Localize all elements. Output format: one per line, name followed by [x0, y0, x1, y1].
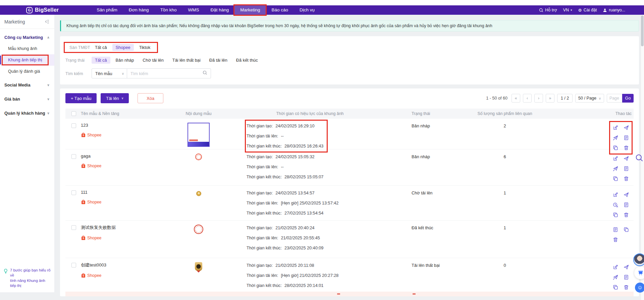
- collapse-sidebar-icon[interactable]: [45, 19, 50, 24]
- language-selector[interactable]: VN ▾: [563, 8, 572, 12]
- sidebar-item-quan-ly-danh-gia[interactable]: Quản lý đánh giá: [0, 66, 54, 76]
- row-checkbox[interactable]: [71, 263, 76, 267]
- copy-icon[interactable]: [613, 176, 618, 181]
- toolbar: + Tạo mẫu Tải lên ∨ Xóa 1 - 50 of 60 « ‹…: [65, 93, 634, 103]
- create-template-button[interactable]: + Tạo mẫu: [65, 93, 97, 103]
- upload-button[interactable]: Tải lên ∨: [101, 93, 129, 103]
- go-button[interactable]: Go: [622, 94, 634, 103]
- nav-item-bao-cao[interactable]: Báo cáo: [266, 5, 294, 15]
- assistant-avatar[interactable]: [633, 253, 644, 266]
- floating-search-icon[interactable]: [635, 154, 644, 164]
- nav-item-san-pham[interactable]: Sản phẩm: [91, 5, 123, 15]
- page-size-select[interactable]: 50 / Page ∨: [575, 94, 604, 103]
- delete-icon[interactable]: [624, 212, 629, 218]
- search-icon[interactable]: [203, 70, 207, 76]
- copy-icon[interactable]: [624, 227, 629, 232]
- cancel-timer-icon[interactable]: [613, 202, 618, 207]
- status-option-tai-len-that-bai[interactable]: Tải lên thất bại: [169, 57, 204, 64]
- copy-icon[interactable]: [613, 285, 618, 290]
- template-thumbnail[interactable]: [195, 262, 202, 271]
- send-icon[interactable]: [624, 192, 629, 197]
- nav-item-ton-kho[interactable]: Tồn kho: [155, 5, 182, 15]
- bigseller-logo[interactable]: G BigSeller: [26, 7, 59, 13]
- info-banner: Khung ảnh tiếp thị chỉ có tác dụng đối v…: [60, 20, 639, 32]
- template-thumbnail[interactable]: [194, 225, 203, 234]
- row-checkbox[interactable]: [71, 190, 76, 195]
- status-option-ban-nhap[interactable]: Bản nháp: [112, 57, 138, 64]
- sidebar-group-gia-ban[interactable]: Giá bán ∨: [0, 93, 54, 105]
- header-status: Trạng thái: [393, 111, 460, 116]
- nav-item-don-hang[interactable]: Đơn hàng: [123, 5, 155, 15]
- sidebar-tip[interactable]: 7 bước giúp bạn hiểu rõ về tính năng Khu…: [0, 265, 55, 292]
- sidebar-group-social-media[interactable]: Social Media ∨: [0, 79, 54, 91]
- delete-icon[interactable]: [624, 285, 629, 290]
- sidebar-group-quan-ly-khach-hang[interactable]: Quản lý khách hàng ∨: [0, 107, 54, 119]
- row-checkbox[interactable]: [71, 154, 76, 159]
- status-text: Đã kết thúc: [412, 225, 433, 230]
- detail-icon[interactable]: [624, 135, 629, 140]
- page-jump-input[interactable]: [607, 94, 622, 103]
- cancel-send-icon[interactable]: [613, 166, 618, 171]
- svg-text:S: S: [83, 165, 84, 167]
- row-checkbox[interactable]: [71, 225, 76, 230]
- help-link[interactable]: Hỗ trợ: [539, 8, 557, 12]
- chat-smiley-button[interactable]: ☺: [635, 283, 644, 293]
- platform-filter-row: Sàn TMĐT Tất cả Shopee Tiktok: [65, 43, 157, 52]
- detail-icon[interactable]: [624, 275, 629, 280]
- search-input[interactable]: [130, 71, 198, 76]
- created-time: 21/02/2025 20:40:24: [275, 226, 314, 230]
- time-cell: Thời gian tạo:21/02/2025 20:11:08 Thời g…: [246, 260, 342, 291]
- detail-icon[interactable]: [624, 202, 629, 207]
- sidebar-item-khung-anh-tiep-thi[interactable]: Khung ảnh tiếp thị: [0, 54, 54, 66]
- sidebar-item-mau-khung-anh[interactable]: Mẫu khung ảnh: [0, 44, 54, 54]
- cancel-send-icon[interactable]: [613, 275, 618, 280]
- delete-button[interactable]: Xóa: [138, 93, 163, 103]
- row-actions: [610, 153, 632, 184]
- shopee-icon: S: [81, 199, 86, 204]
- nav-item-wms[interactable]: WMS: [182, 5, 205, 15]
- end-time: 28/03/2025 16:26:43: [284, 144, 323, 148]
- end-time: 23/02/2025 20:40:09: [284, 246, 323, 250]
- detail-icon[interactable]: [624, 166, 629, 171]
- delete-icon[interactable]: [624, 176, 629, 181]
- settings-link[interactable]: ⚙ Cài đặt: [578, 8, 597, 13]
- header-actions: Thao tác: [550, 111, 634, 116]
- row-checkbox[interactable]: [71, 123, 76, 128]
- prev-page-button[interactable]: ‹: [523, 94, 532, 103]
- first-page-button[interactable]: «: [512, 94, 520, 103]
- select-all-checkbox[interactable]: [71, 111, 76, 116]
- user-menu[interactable]: ruanyo...: [603, 8, 625, 12]
- last-page-button[interactable]: »: [546, 94, 554, 103]
- edit-icon[interactable]: [613, 264, 618, 270]
- status-option-all[interactable]: Tất cả: [92, 57, 110, 64]
- header-name: Tên mẫu & Nền tảng: [81, 111, 170, 116]
- send-icon[interactable]: [624, 156, 629, 161]
- next-page-button[interactable]: ›: [534, 94, 543, 103]
- edit-icon[interactable]: [613, 156, 618, 161]
- status-option-da-tai-len[interactable]: Đã tải lên: [206, 57, 231, 64]
- detail-icon[interactable]: [613, 227, 618, 232]
- status-option-da-ket-thuc[interactable]: Đã kết thúc: [233, 57, 261, 64]
- nav-item-marketing[interactable]: Marketing: [234, 5, 266, 15]
- copy-icon[interactable]: [613, 212, 618, 218]
- send-icon[interactable]: [624, 264, 629, 270]
- search-field-select[interactable]: Tên mẫu ∨: [92, 68, 127, 78]
- edit-icon[interactable]: [613, 125, 618, 130]
- template-thumbnail[interactable]: [195, 154, 202, 160]
- sidebar-group-cong-cu-marketing[interactable]: Công cụ Marketing ∧: [0, 32, 54, 43]
- platform-option-all[interactable]: Tất cả: [92, 44, 110, 51]
- platform-option-tiktok[interactable]: Tiktok: [136, 44, 154, 51]
- cancel-send-icon[interactable]: [613, 135, 618, 140]
- template-thumbnail[interactable]: [196, 191, 201, 196]
- scrollbar-thumb[interactable]: [641, 15, 644, 46]
- nav-item-dat-hang[interactable]: Đặt hàng: [205, 5, 234, 15]
- template-thumbnail[interactable]: [187, 123, 210, 147]
- nav-item-dich-vu[interactable]: Dịch vụ: [294, 5, 320, 15]
- status-option-cho-tai-len[interactable]: Chờ tải lên: [139, 57, 167, 64]
- delete-icon[interactable]: [613, 237, 618, 242]
- send-icon[interactable]: [624, 125, 629, 130]
- platform-option-shopee[interactable]: Shopee: [112, 44, 134, 51]
- edit-icon[interactable]: [613, 192, 618, 197]
- sidebar: Marketing Công cụ Marketing ∧ Mẫu khung …: [0, 15, 55, 292]
- template-name: 111: [81, 190, 170, 195]
